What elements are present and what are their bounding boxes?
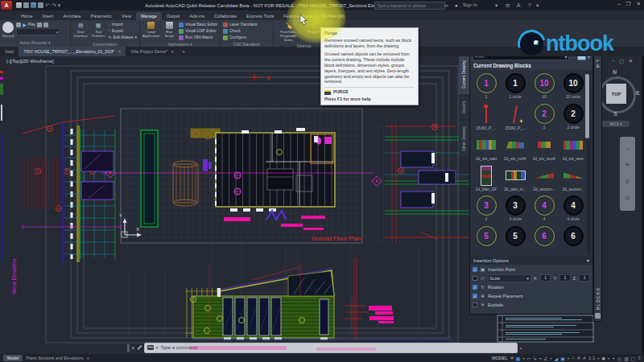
undo-icon[interactable]: ↶ [45,2,50,8]
scale-y-input[interactable]: 1 [559,274,571,282]
orbit-icon[interactable]: ◎ [625,195,630,201]
send-feedback-icon[interactable]: A [517,2,520,9]
pan-icon[interactable]: ✛ [625,162,630,168]
panel-title-applications[interactable]: Applications ▾ [140,42,220,48]
store-cart-icon[interactable]: ⊟ [506,2,510,9]
block-item[interactable]: 3 3 [472,194,501,224]
user-interface-button[interactable]: ▤ User Interface [73,22,89,38]
navigation-bar[interactable]: ◔ ✛ ⊙ ◎ [620,137,635,211]
command-caret-icon[interactable]: ▾ [156,345,159,350]
viewcube-east[interactable]: E [636,90,640,96]
insert-message-icon[interactable] [37,23,42,27]
clean-screen-icon[interactable]: ▢ [631,356,636,361]
block-item[interactable]: 6 [559,224,588,255]
infer-constraints-icon[interactable]: ▱ [527,356,531,361]
plot-icon[interactable] [38,2,43,8]
snap-icon[interactable]: ▦ [516,356,521,361]
command-input[interactable]: ▾ Type a command [144,343,518,353]
repeat-placement-row[interactable]: ⊕ Repeat Placement [470,291,592,300]
viewport-controls[interactable]: [-][Top][2D Wireframe] [6,59,54,64]
customize-wrench-icon[interactable] [137,345,142,350]
insertion-point-checkbox[interactable] [473,267,477,272]
edit-aliases-button[interactable]: ✎Edit Aliases ▾ [109,35,137,40]
isolate-objects-icon[interactable]: ◎ [617,356,621,361]
object-snap-icon[interactable]: ▣ [560,356,565,361]
layer-translator-button[interactable]: Layer Translator [223,22,258,27]
steering-wheel-icon[interactable]: ◔ [625,146,629,152]
block-item[interactable]: 6 [530,224,559,255]
repeat-placement-checkbox[interactable] [473,294,477,298]
block-item[interactable]: 1 1 circle [501,72,530,102]
insertion-point-row[interactable]: ▣ Insertion Point [470,265,592,274]
sign-in-button[interactable]: Sign In [463,2,477,9]
viewcube-top-face[interactable]: TOP [606,84,626,104]
polar-tracking-icon[interactable]: ∠ [543,356,547,361]
play-button[interactable]: Play [28,23,35,27]
workspace-gear-icon[interactable]: ✱ [601,356,605,361]
viewcube[interactable]: N TOP E S WCS ▾ [597,69,642,137]
workspace-caret-icon[interactable]: ▾ [608,356,609,360]
scale-z-input[interactable]: 1 [579,274,590,282]
scale-row[interactable]: ▱ Scale▾ X:1 Y:1 Z:1 [470,274,592,282]
block-item[interactable]: 15160_P_... [501,102,530,133]
viewcube-north[interactable]: N [613,69,617,75]
explode-row[interactable]: ✳ Explode [470,300,592,309]
wcs-dropdown[interactable]: WCS ▾ [602,121,630,127]
ribbon-tab[interactable]: Collaborate [209,12,242,20]
save-icon[interactable] [31,2,36,8]
model-tab[interactable]: Model [3,355,23,361]
command-close-icon[interactable]: ✕ [131,345,135,351]
block-item[interactable]: 2 2 [530,102,559,133]
recent-commands-icon[interactable] [147,345,154,350]
ribbon-tab[interactable]: Parametric [85,12,117,20]
palette-scrollbar[interactable] [587,72,591,255]
dynamic-input-icon[interactable]: ↳ [533,356,537,361]
block-item[interactable]: 4 4 [530,194,559,224]
file-tab-start[interactable]: Start [0,47,19,56]
tab-close-icon[interactable]: ✕ [118,49,121,54]
osnap-caret-icon[interactable]: ▾ [568,356,569,360]
load-application-button[interactable]: Load Application [142,22,159,38]
block-item[interactable]: 5 [472,224,501,255]
tab-close-icon[interactable]: ✕ [171,49,174,54]
autocad-app-icon[interactable]: A [1,1,12,10]
qat-caret-icon[interactable]: ▾ [58,2,61,8]
minimize-icon[interactable]: – [617,1,621,7]
help-icon[interactable]: ? [528,2,531,9]
ortho-caret-icon[interactable]: ▾ [539,356,541,360]
block-item[interactable]: 10 10 [530,72,559,102]
action-macro-dropdown[interactable]: ▾ [16,28,60,35]
rotation-checkbox[interactable] [473,285,477,290]
new-file-icon[interactable] [16,2,22,8]
rotation-row[interactable]: ↻ Rotation [470,282,592,291]
tool-palettes-button[interactable]: ▦ Tool Palettes [91,22,106,38]
search-input[interactable]: Type a keyword or phrase [374,2,445,10]
help-caret-icon[interactable]: ▾ [536,2,539,9]
signin-caret-icon[interactable]: ▾ [495,2,497,9]
scrollbar-thumb[interactable] [585,74,589,138]
record-button[interactable]: Record [2,22,14,38]
ribbon-tab[interactable]: Output [162,12,185,20]
model-space-label[interactable]: MODEL [492,356,508,360]
palette-side-tab[interactable]: Current Drawing [459,55,469,94]
user-icon[interactable]: ● [455,2,458,9]
visual-lisp-editor-button[interactable]: Visual LISP Editor [179,28,217,34]
viewcube-south[interactable]: S [613,111,617,117]
search-binoculars-icon[interactable]: ∞ [444,2,448,9]
panel-title-cad-standards[interactable]: CAD Standards [221,42,273,48]
graphics-performance-icon[interactable]: ▥ [624,356,629,361]
import-button[interactable]: ↓Import [109,22,137,27]
block-item[interactable]: 2d_ele_west [559,133,588,163]
palette-side-tab[interactable]: Recent [459,96,469,119]
explode-checkbox[interactable] [473,302,477,307]
customize-icon[interactable]: ≡ [638,356,641,360]
palette-side-tab[interactable]: Other Drawing [459,121,469,157]
insertion-options-header[interactable]: Insertion Options▾ [470,257,592,265]
ribbon-tab[interactable]: Add-ins [184,12,209,20]
ribbon-tab[interactable]: Home [16,12,38,20]
grid-icon[interactable]: # [511,356,514,360]
ribbon-tab[interactable]: Annotate [58,12,85,20]
restore-icon[interactable]: ❐ [626,1,631,7]
polar-caret-icon[interactable]: ▾ [551,356,552,360]
block-item[interactable]: 2d_section... [559,163,588,194]
